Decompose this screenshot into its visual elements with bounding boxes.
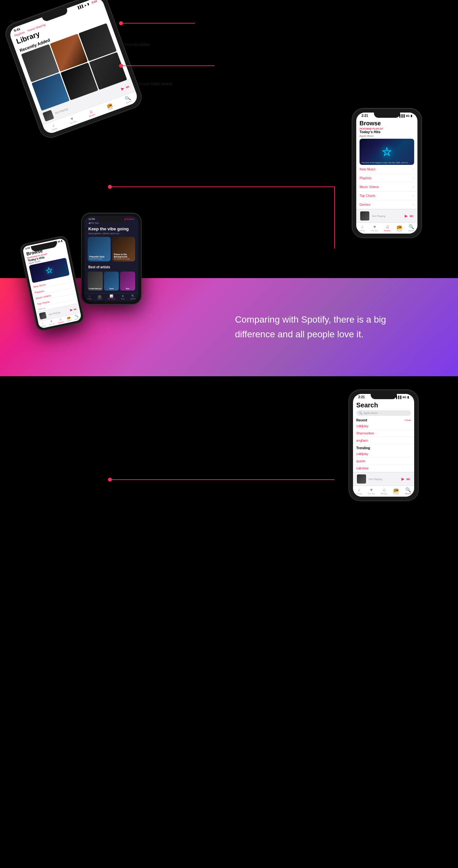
browse-now-playing: Not Playing ▶ ⏭ (356, 209, 418, 222)
trending-item-cairokee[interactable]: cairokee (353, 465, 414, 472)
annotation-line-1 (123, 23, 195, 24)
small-np-title: Not Playing (49, 310, 68, 316)
search-tab-browse[interactable]: ♫ Browse (381, 487, 387, 495)
kv-artist-1[interactable]: Freddie Mercury (88, 272, 103, 290)
tab-library[interactable]: ♪ Library (50, 122, 58, 131)
s-tab-browse[interactable]: ♫Browse (57, 317, 64, 324)
search-tab-foryou[interactable]: ♥ For You (368, 487, 375, 495)
browse-tab-radio[interactable]: 📻 Radio (397, 224, 402, 231)
kv-artist-3[interactable]: Siya (120, 272, 135, 290)
kv-artist-2-label: Tanel (105, 287, 118, 289)
kv-tab-search[interactable]: 🔍Search (130, 294, 135, 300)
recent-item-sharnuofers[interactable]: Sharnuofers (353, 430, 414, 437)
st-fy-label: For You (368, 493, 375, 495)
search-tab-search[interactable]: 🔍 Search (405, 487, 411, 495)
s-tab-library[interactable]: ♪Library (40, 321, 46, 328)
kv-search-icon: 🔍 (131, 294, 135, 298)
search-title: Search (353, 400, 414, 410)
np-controls[interactable]: ▶ ⏭ (120, 84, 130, 91)
browse-hero-image[interactable]: ★ The best of the biggest in pop, hip-ho… (360, 139, 414, 165)
kv-cards: Peaceful Soul Peaceful music Piano in th… (84, 237, 139, 264)
tab-browse[interactable]: ♫ Browse (87, 108, 96, 118)
phone-browse-right: 2:21 ▐▐▐ 4G ▮ Browse FEATURED PLAYLIST T… (352, 108, 422, 238)
browse-tab-library[interactable]: ♪ Library (359, 224, 365, 231)
annotation-dot-1 (119, 21, 123, 25)
wifi-icon: ▲ (83, 3, 87, 7)
kv-nav: ◀ For You (84, 221, 139, 225)
browse-tab-search[interactable]: 🔍 Search (408, 224, 415, 231)
page-wrapper: Playlists Home Sharing Recently Added Li… (0, 0, 458, 868)
b-radio-icon: 📻 (397, 224, 402, 229)
browse-tab-browse[interactable]: ♫ Browse (384, 224, 391, 231)
kv-tab-home[interactable]: ⌂Home (87, 294, 92, 300)
s-br-icon: ♫ (59, 318, 62, 321)
kv-statusbar: 12:56 ▐▐▐ ▲ ▮ Arijit Kahen (84, 216, 139, 221)
trending-section-label: Trending (353, 444, 414, 451)
clear-button[interactable]: Clear (405, 419, 411, 422)
kv-card-1[interactable]: Peaceful Soul Peaceful music (88, 237, 111, 261)
statusbar-browse: 2:21 ▐▐▐ 4G ▮ (356, 113, 418, 118)
menu-music-videos[interactable]: Music Videos (356, 183, 418, 191)
browse-status-icons: ▐▐▐ 4G ▮ (398, 114, 412, 118)
kv-home-icon: ⌂ (89, 294, 90, 298)
menu-playlists[interactable]: Playlists (356, 174, 418, 183)
trending-item-coldplay[interactable]: coldplay (353, 451, 414, 458)
annotation-line-2 (123, 65, 215, 66)
tab-foryou[interactable]: ♥ For You (68, 115, 77, 125)
menu-top-charts[interactable]: Top Charts (356, 191, 418, 200)
tab-search[interactable]: 🔍 Search (124, 95, 132, 104)
st-fy-icon: ♥ (370, 487, 373, 492)
st-br-label: Browse (381, 493, 387, 495)
s-tab-search[interactable]: 🔍Search (73, 314, 80, 320)
trending-item-queen[interactable]: queen (353, 458, 414, 465)
kv-battery: ▮ (113, 218, 114, 220)
kv-tab-bar: ⌂Home 📻Radio 📊Top Charts ♥Favs 🔍Search (84, 293, 139, 301)
browse-featured-label: FEATURED PLAYLIST (356, 128, 418, 130)
s-tab-foryou[interactable]: ♥For You (49, 319, 55, 326)
b-radio-label: Radio (397, 230, 402, 231)
kv-artists-row: Freddie Mercury Tanel Siya (84, 270, 139, 293)
search-play-btn[interactable]: ▶ (401, 477, 404, 481)
phone-keepvibe: 12:56 ▐▐▐ ▲ ▮ Arijit Kahen ◀ For You Kee… (81, 213, 142, 305)
search-bar-icon: 🔍 (359, 411, 362, 414)
tab-radio[interactable]: 📻 Radio (106, 102, 114, 111)
s-se-icon: 🔍 (74, 314, 79, 318)
kv-tab-favs[interactable]: ♥Favs (121, 294, 125, 300)
annotation-line-4 (112, 479, 334, 480)
search-fwd-btn[interactable]: ⏭ (406, 477, 410, 481)
menu-genres[interactable]: Genres (356, 200, 418, 209)
gradient-text-line1: Comparing with Spotify, there is a big (235, 312, 386, 327)
b-foryou-icon: ♥ (373, 224, 376, 229)
search-input-bar[interactable]: 🔍 Apple Music (356, 410, 411, 416)
browse-tab-foryou[interactable]: ♥ For You (371, 224, 378, 231)
kv-artist-3-label: Siya (121, 287, 134, 289)
browse-np-controls[interactable]: ▶ ⏭ (405, 214, 414, 218)
b-search-label: Search (408, 230, 415, 231)
play-button[interactable]: ▶ (120, 86, 125, 91)
b-foryou-label: For You (371, 230, 378, 231)
search-np-title: Not Playing (369, 478, 399, 480)
recent-item-coldplay[interactable]: coldplay (353, 423, 414, 430)
recent-item-angham[interactable]: angham (353, 437, 414, 444)
b-search-icon: 🔍 (408, 224, 414, 229)
search-tab-library[interactable]: ♪ Library (356, 487, 362, 495)
browse-fwd-btn[interactable]: ⏭ (409, 214, 414, 218)
search-tab-radio[interactable]: 📻 Radio (393, 487, 399, 495)
search-battery-icon: ▮ (407, 396, 409, 399)
browse-play-btn[interactable]: ▶ (405, 214, 408, 218)
browse-featured-sub: Apple Music (356, 134, 418, 139)
search-signal-icon: ▐▐▐ (395, 396, 401, 399)
search-np-controls[interactable]: ▶ ⏭ (401, 477, 410, 481)
forward-button[interactable]: ⏭ (125, 84, 130, 90)
menu-new-music[interactable]: New Music (356, 165, 418, 174)
s-tab-radio[interactable]: 📻Radio (66, 316, 71, 322)
kv-tab-charts[interactable]: 📊Top Charts (107, 294, 115, 300)
search-status-time: 2:21 (358, 395, 365, 399)
kv-tab-radio[interactable]: 📻Radio (97, 294, 102, 300)
kv-card-2[interactable]: Piano in the Background Background music (112, 237, 135, 261)
small-np-controls[interactable]: ▶ ⏭ (70, 307, 77, 312)
kv-favs-icon: ♥ (122, 294, 124, 298)
kv-artist-2[interactable]: Tanel (104, 272, 119, 290)
tab-bar-search: ♪ Library ♥ For You ♫ Browse 📻 (353, 486, 414, 497)
tab-library-label: Library (51, 127, 58, 131)
